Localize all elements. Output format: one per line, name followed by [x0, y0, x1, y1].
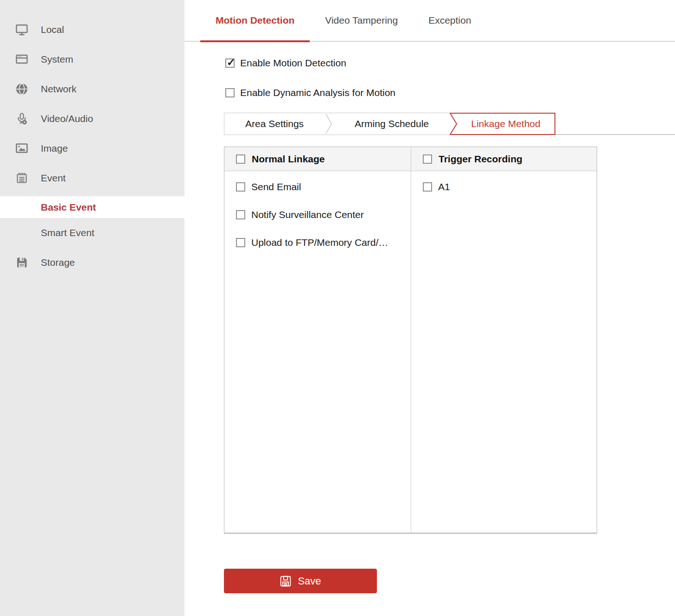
globe-icon — [15, 83, 28, 96]
subtab-label: Arming Schedule — [355, 118, 429, 129]
storage-floppy-icon — [15, 256, 28, 269]
normal-linkage-items: Send Email Notify Surveillance Center Up… — [224, 171, 411, 533]
app-window: Local System — [0, 0, 675, 616]
list-item-notify-surveillance-center: Notify Surveillance Center — [224, 201, 411, 229]
sidebar: Local System — [0, 0, 185, 616]
enable-dynamic-analysis-label: Enable Dynamic Analysis for Motion — [240, 87, 395, 98]
sidebar-item-label: System — [41, 54, 73, 65]
enable-dynamic-analysis-checkbox[interactable] — [225, 88, 235, 97]
linkage-table: Normal Linkage Trigger Recording Send Em… — [224, 147, 597, 534]
sidebar-item-label: Basic Event — [41, 202, 96, 213]
list-item-channel-a1: A1 — [411, 173, 597, 201]
upload-ftp-checkbox[interactable] — [236, 238, 245, 247]
trigger-recording-header: Trigger Recording — [411, 147, 597, 171]
tab-motion-detection[interactable]: Motion Detection — [200, 0, 310, 41]
sidebar-item-image[interactable]: Image — [0, 134, 185, 163]
sidebar-item-label: Local — [41, 24, 64, 35]
enable-motion-detection-label: Enable Motion Detection — [240, 58, 346, 69]
event-notepad-icon — [15, 172, 28, 185]
send-email-checkbox[interactable] — [236, 182, 245, 192]
column-header-label: Trigger Recording — [439, 154, 522, 165]
sidebar-item-smart-event[interactable]: Smart Event — [0, 218, 185, 248]
column-header-label: Normal Linkage — [252, 154, 325, 165]
event-type-tabs: Motion Detection Video Tampering Excepti… — [185, 0, 675, 42]
sidebar-item-label: Image — [41, 143, 68, 154]
channel-a1-checkbox[interactable] — [423, 182, 432, 192]
trigger-recording-items: A1 — [411, 171, 597, 533]
tab-exception[interactable]: Exception — [413, 0, 486, 41]
enable-motion-detection-row: Enable Motion Detection — [225, 58, 675, 69]
enable-dynamic-analysis-row: Enable Dynamic Analysis for Motion — [225, 87, 675, 98]
sidebar-item-local[interactable]: Local — [0, 15, 185, 45]
sidebar-item-label: Storage — [41, 257, 75, 268]
sidebar-item-network[interactable]: Network — [0, 74, 185, 104]
list-item-send-email: Send Email — [224, 173, 411, 201]
sidebar-item-video-audio[interactable]: Video/Audio — [0, 104, 185, 134]
tab-label: Exception — [428, 15, 471, 26]
sidebar-item-event[interactable]: Event — [0, 163, 185, 193]
subtab-label: Area Settings — [245, 118, 304, 129]
notify-surveillance-center-checkbox[interactable] — [236, 210, 245, 219]
monitor-icon — [15, 23, 28, 36]
system-window-icon — [15, 53, 28, 66]
sidebar-item-label: Network — [41, 83, 76, 95]
sidebar-item-basic-event[interactable]: Basic Event — [0, 196, 185, 218]
subtab-arming-schedule[interactable]: Arming Schedule — [334, 113, 450, 135]
list-item-upload-ftp: Upload to FTP/Memory Card/… — [224, 229, 411, 257]
chevron-separator-icon — [325, 113, 334, 135]
subtab-area-settings[interactable]: Area Settings — [224, 113, 325, 135]
tab-label: Motion Detection — [216, 15, 294, 26]
normal-linkage-header: Normal Linkage — [224, 147, 411, 171]
list-item-label: Send Email — [251, 181, 301, 192]
list-item-label: A1 — [438, 181, 450, 192]
sidebar-item-label: Video/Audio — [41, 113, 93, 124]
list-item-label: Upload to FTP/Memory Card/… — [251, 237, 388, 248]
tab-video-tampering[interactable]: Video Tampering — [310, 0, 413, 41]
image-icon — [15, 142, 28, 155]
subtab-label: Linkage Method — [456, 113, 555, 135]
main-content: Motion Detection Video Tampering Excepti… — [185, 0, 675, 616]
sidebar-item-label: Smart Event — [41, 227, 95, 238]
tab-label: Video Tampering — [325, 15, 398, 26]
sidebar-item-label: Event — [41, 173, 66, 184]
microphone-icon — [15, 112, 28, 125]
normal-linkage-select-all-checkbox[interactable] — [236, 154, 245, 164]
sidebar-item-storage[interactable]: Storage — [0, 248, 185, 277]
subtab-baseline — [555, 113, 675, 135]
sidebar-item-system[interactable]: System — [0, 45, 185, 74]
trigger-recording-select-all-checkbox[interactable] — [423, 154, 432, 164]
subtab-group: Area Settings Arming Schedule — [224, 113, 450, 135]
linkage-table-header: Normal Linkage Trigger Recording — [224, 147, 597, 171]
save-floppy-icon — [280, 575, 292, 587]
linkage-table-body: Send Email Notify Surveillance Center Up… — [224, 171, 597, 533]
list-item-label: Notify Surveillance Center — [251, 209, 364, 220]
save-button[interactable]: Save — [224, 569, 377, 593]
save-button-label: Save — [298, 575, 321, 587]
motion-config-subtabs: Area Settings Arming Schedule Linkage Me… — [224, 113, 675, 135]
subtab-linkage-method[interactable]: Linkage Method — [450, 113, 555, 135]
enable-motion-detection-checkbox[interactable] — [225, 58, 235, 68]
